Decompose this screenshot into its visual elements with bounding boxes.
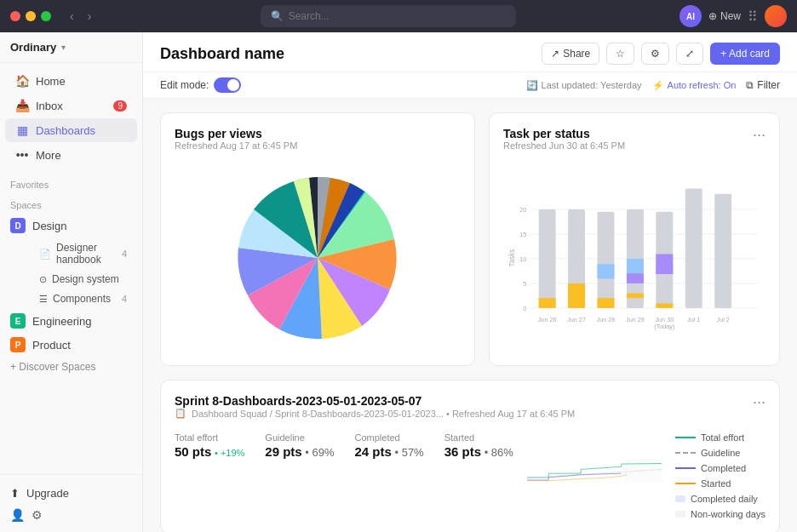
sidebar-sub-item-handbook[interactable]: 📄 Designer handbook 4 bbox=[29, 238, 137, 269]
auto-refresh-toggle[interactable]: ⚡ Auto refresh: On bbox=[652, 80, 737, 91]
forward-button[interactable]: › bbox=[83, 8, 97, 25]
edit-mode-label: Edit mode: bbox=[160, 79, 209, 91]
upgrade-item[interactable]: ⬆ Upgrade bbox=[0, 482, 142, 505]
toolbar-right: 🔄 Last updated: Yesterday ⚡ Auto refresh… bbox=[526, 79, 780, 91]
search-input[interactable] bbox=[289, 10, 506, 22]
svg-text:(Today): (Today) bbox=[654, 323, 674, 330]
filter-icon: ⧉ bbox=[746, 79, 754, 91]
grid-icon[interactable]: ⠿ bbox=[748, 9, 758, 25]
svg-rect-11 bbox=[539, 209, 556, 308]
stat-label: Total effort bbox=[175, 432, 244, 443]
legend-item-completed-daily: Completed daily bbox=[675, 494, 765, 504]
svg-rect-39 bbox=[624, 459, 662, 483]
expand-button[interactable]: ⤢ bbox=[676, 43, 703, 65]
discover-spaces[interactable]: + Discover Spaces bbox=[0, 357, 142, 377]
sprint-more-button[interactable]: ··· bbox=[753, 394, 765, 409]
legend-label: Non-working days bbox=[691, 509, 765, 519]
svg-rect-22 bbox=[627, 294, 644, 298]
space-design[interactable]: D Design bbox=[0, 214, 142, 237]
favorites-section: Favorites bbox=[0, 173, 142, 193]
filter-button[interactable]: ⧉ Filter bbox=[746, 79, 780, 91]
search-bar[interactable]: 🔍 bbox=[261, 5, 516, 27]
chart-title: Task per status bbox=[503, 127, 625, 140]
space-product[interactable]: P Product bbox=[0, 333, 142, 357]
search-icon: 🔍 bbox=[271, 10, 284, 22]
spaces-title: Spaces bbox=[0, 193, 142, 214]
user-icon[interactable]: 👤 bbox=[10, 508, 25, 522]
svg-rect-27 bbox=[656, 254, 673, 274]
sidebar-item-more[interactable]: ••• More bbox=[5, 143, 137, 167]
chart-title: Bugs per views bbox=[175, 127, 297, 140]
main-content: Dashboard name ↗ Share ☆ ⚙ ⤢ + Add card bbox=[143, 32, 797, 532]
titlebar-right: AI ⊕ New ⠿ bbox=[679, 5, 787, 27]
legend-item-started: Started bbox=[675, 478, 765, 489]
main-nav: 🏠 Home 📥 Inbox 9 ▦ Dashboards ••• More bbox=[0, 63, 142, 173]
chart-subtitle: Refreshed Jun 30 at 6:45 PM bbox=[503, 140, 625, 151]
share-button[interactable]: ↗ Share bbox=[542, 43, 599, 65]
sidebar-item-label: Inbox bbox=[36, 100, 63, 112]
space-label: Product bbox=[32, 339, 71, 352]
sprint-header: Sprint 8-Dashboards-2023-05-01-2023-05-0… bbox=[175, 394, 765, 429]
components-icon: ☰ bbox=[39, 294, 48, 305]
legend-rect-completed bbox=[675, 495, 685, 502]
design-subitems: 📄 Designer handbook 4 ⊙ Design system ☰ … bbox=[0, 238, 142, 308]
chart-title-group: Bugs per views Refreshed Aug 17 at 6:45 … bbox=[175, 127, 297, 161]
sidebar-item-home[interactable]: 🏠 Home bbox=[5, 69, 137, 93]
more-icon: ••• bbox=[15, 148, 29, 162]
sidebar-sub-item-components[interactable]: ☰ Components 4 bbox=[29, 289, 137, 308]
star-button[interactable]: ☆ bbox=[606, 43, 634, 65]
sidebar: Ordinary ▾ 🏠 Home 📥 Inbox 9 ▦ Dashboards… bbox=[0, 32, 143, 532]
close-dot[interactable] bbox=[10, 11, 20, 21]
system-icon: ⊙ bbox=[39, 274, 47, 285]
sidebar-item-label: Dashboards bbox=[36, 124, 95, 137]
space-label: Design bbox=[32, 220, 66, 232]
sub-item-label: Design system bbox=[52, 273, 119, 285]
sidebar-item-dashboards[interactable]: ▦ Dashboards bbox=[5, 118, 137, 142]
sprint-line-chart bbox=[527, 432, 662, 509]
legend-rect-nonworking bbox=[675, 511, 685, 518]
minimize-dot[interactable] bbox=[26, 11, 36, 21]
stat-pct: • 69% bbox=[305, 446, 334, 459]
back-button[interactable]: ‹ bbox=[65, 8, 79, 25]
avatar[interactable] bbox=[765, 5, 787, 27]
stat-pct: • 86% bbox=[485, 446, 513, 459]
header-actions: ↗ Share ☆ ⚙ ⤢ + Add card bbox=[542, 43, 780, 65]
sidebar-sub-item-design-system[interactable]: ⊙ Design system bbox=[29, 270, 137, 289]
dashboards-icon: ▦ bbox=[15, 123, 29, 137]
expand-icon: ⤢ bbox=[685, 48, 694, 60]
window-controls bbox=[10, 11, 51, 21]
pie-chart-container bbox=[175, 164, 461, 352]
bugs-chart-card: Bugs per views Refreshed Aug 17 at 6:45 … bbox=[160, 112, 475, 366]
legend-item-total: Total effort bbox=[675, 432, 765, 443]
inbox-badge: 9 bbox=[113, 100, 127, 112]
svg-rect-19 bbox=[598, 298, 615, 308]
svg-rect-18 bbox=[598, 264, 615, 278]
svg-text:Jun 27: Jun 27 bbox=[567, 316, 586, 323]
space-engineering[interactable]: E Engineering bbox=[0, 309, 142, 333]
bar-chart-svg: Tasks 0 5 10 15 20 bbox=[503, 164, 765, 352]
legend-label: Guideline bbox=[701, 448, 740, 458]
toggle-switch[interactable] bbox=[214, 77, 241, 93]
new-button[interactable]: ⊕ New bbox=[708, 10, 741, 22]
settings-button[interactable]: ⚙ bbox=[641, 43, 669, 65]
legend-label: Started bbox=[701, 478, 731, 489]
bar-chart-container: Tasks 0 5 10 15 20 bbox=[503, 164, 765, 352]
sub-item-count: 4 bbox=[122, 249, 127, 259]
settings-icon[interactable]: ⚙ bbox=[32, 508, 43, 522]
legend-label: Completed bbox=[701, 463, 746, 473]
workspace-switcher[interactable]: Ordinary ▾ bbox=[0, 32, 142, 63]
titlebar: ‹ › 🔍 AI ⊕ New ⠿ bbox=[0, 0, 797, 32]
space-label: Engineering bbox=[32, 315, 91, 328]
task-status-chart-card: Task per status Refreshed Jun 30 at 6:45… bbox=[489, 112, 780, 366]
doc-icon: 📄 bbox=[39, 249, 51, 260]
more-button[interactable]: ··· bbox=[753, 127, 765, 142]
maximize-dot[interactable] bbox=[41, 11, 51, 21]
svg-rect-23 bbox=[627, 273, 644, 283]
sub-item-label: Components bbox=[53, 293, 111, 305]
charts-row: Bugs per views Refreshed Aug 17 at 6:45 … bbox=[160, 112, 780, 366]
svg-text:Tasks: Tasks bbox=[508, 249, 516, 267]
sidebar-item-inbox[interactable]: 📥 Inbox 9 bbox=[5, 94, 137, 117]
last-updated: 🔄 Last updated: Yesterday bbox=[526, 80, 642, 91]
stat-value-row: 24 pts • 57% bbox=[355, 444, 424, 459]
add-card-button[interactable]: + Add card bbox=[710, 43, 780, 65]
